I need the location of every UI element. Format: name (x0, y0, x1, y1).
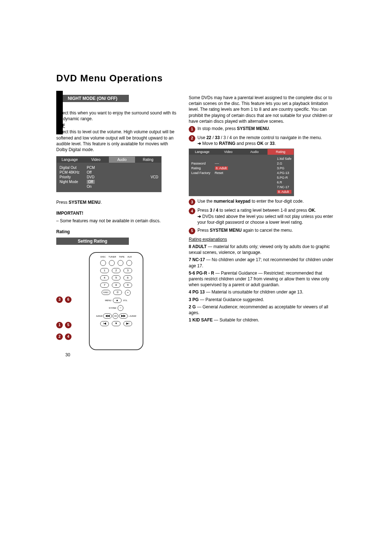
rating-g: 2 G — General Audience; recommended as a… (189, 304, 336, 316)
rating-opt: 5.PG-R (277, 176, 291, 179)
rating-kid: 1 KID SAFE — Suitable for children. (189, 317, 336, 323)
press-system-text: Press SYSTEM MENU. (56, 199, 180, 205)
rmenu-tab-video: Video (215, 149, 241, 155)
step-3-text: Use the numerical keypad to enter the fo… (197, 198, 336, 204)
rating-opt: 2.G (277, 162, 291, 165)
remote-disc-btn: DISC (102, 290, 110, 295)
menu-row-label: Night Mode (60, 180, 79, 184)
remote-num-1: 1 (100, 268, 109, 273)
rating-opt: 4.PG-13 (277, 171, 291, 175)
remote-prev-btn: ◀◀ (103, 313, 112, 319)
step-4-marker: 4 (189, 208, 195, 214)
remote-source-btn (100, 260, 106, 266)
night-mode-header: NIGHT MODE (ON/ OFF) (56, 95, 129, 102)
remote-num-4: 4 (100, 275, 109, 280)
rmenu-row-label: Rating (191, 166, 211, 170)
menu-row-label: Digital Out (60, 166, 79, 170)
off-label: OFF (56, 123, 180, 128)
remote-num-3: 3 (123, 268, 132, 273)
rmenu-row-val: Reset (215, 171, 228, 175)
rmenu-row-val: ---- (215, 162, 228, 165)
remote-down-btn: ▼ (112, 321, 121, 326)
audio-menu-screenshot: Language Video Audio Rating Digital Out … (56, 156, 162, 192)
remote-num-0: 0 (113, 290, 122, 295)
rating-menu-screenshot: Language Video Audio Rating Password Rat… (189, 149, 294, 196)
off-text: Select this to level out the volume. Hig… (56, 129, 180, 153)
on-text: Select this when you want to enjoy the s… (56, 110, 180, 122)
menu-row-val: PCM (87, 166, 95, 170)
menu-row-val: On (87, 185, 95, 189)
callout-5: 5 (65, 322, 72, 328)
step-4-text: Press 3 / 4 to select a rating level bet… (197, 207, 336, 225)
rating-explanations-head: Rating explanations (189, 237, 227, 242)
remote-up-btn: ▲ (113, 298, 122, 303)
rating-pg13: 4 PG 13 — Material is unsuitable for chi… (189, 289, 336, 295)
step-5-text: Press SYSTEM MENU again to cancel the me… (197, 227, 336, 233)
remote-skip-prev: I◀ (100, 321, 109, 326)
rmenu-row-label: Load Factory (191, 171, 211, 175)
step-2-text: Use 22 / 33 / 3 / 4 on the remote contro… (197, 135, 336, 146)
rating-adult: 8 ADULT — material for adults only; view… (189, 244, 336, 255)
menu-tab-video: Video (83, 157, 109, 163)
remote-source-btn (126, 260, 132, 266)
remote-minus-btn: − (118, 305, 123, 311)
remote-plus-btn: + (125, 290, 131, 296)
remote-num-7: 7 (100, 283, 109, 288)
rating-heading: Rating (56, 229, 70, 234)
remote-diagram-wrapper: 3 6 1 5 2 4 (56, 248, 158, 354)
rating-pgr-r: 5-6 PG-R - R — Parental Guidance — Restr… (189, 270, 336, 288)
remote-num-2: 2 (112, 268, 121, 273)
page-title: DVD Menu Operations (56, 73, 336, 84)
menu-tab-audio: Audio (109, 157, 135, 163)
remote-num-6: 6 (123, 275, 132, 280)
remote-ok-btn: OK (113, 313, 118, 319)
page-number: 30 (65, 352, 70, 357)
rmenu-tab-rating: Rating (268, 149, 294, 155)
remote-num-5: 5 (112, 275, 121, 280)
menu-row-label: PCM 48KHz (60, 170, 79, 174)
rmenu-row-label: Password (191, 162, 211, 165)
rating-opt: 7.NC-17 (277, 185, 291, 189)
rating-nc17: 7 NC-17 — No children under age 17; not … (189, 257, 336, 268)
rating-intro: Some DVDs may have a parental level assi… (189, 95, 336, 124)
remote-source-btn (109, 260, 115, 266)
callout-6: 6 (65, 296, 72, 303)
menu-tab-language: Language (57, 157, 83, 163)
menu-row-label: Priority (60, 175, 79, 179)
rating-opt: 1.kid Safe (277, 157, 291, 161)
callout-3: 3 (56, 296, 63, 303)
step-1-text: In stop mode, press SYSTEM MENU. (197, 126, 336, 131)
remote-skip-next: ▶I (123, 321, 132, 326)
rating-opt: 6.R (277, 181, 291, 184)
menu-row-val: Off (87, 170, 95, 174)
step-3-marker: 3 (189, 199, 195, 205)
menu-tab-rating: Rating (135, 157, 161, 163)
remote-num-8: 8 (112, 283, 121, 288)
menu-row-val: Off (87, 180, 95, 184)
important-label: IMPORTANT! (56, 211, 83, 216)
callout-4: 4 (65, 333, 72, 340)
remote-control-diagram: DISC TUNER TAPE AUX 123 456 (89, 252, 143, 350)
menu-row-val: DVD (87, 175, 95, 179)
step-5-marker: 5 (189, 228, 195, 234)
rating-pg: 3 PG — Parental Guidance suggested. (189, 297, 336, 303)
step-2-marker: 2 (189, 135, 195, 142)
remote-source-btn (118, 260, 123, 266)
callout-2: 2 (56, 333, 63, 340)
section-tab (56, 91, 63, 134)
step-1-marker: 1 (189, 126, 195, 133)
rmenu-row-val: 8. Adult (215, 166, 228, 170)
important-text: – Some features may not be available in … (56, 218, 180, 224)
rating-opt: 8. Adult (277, 190, 291, 194)
on-label: ON (56, 104, 180, 109)
rmenu-tab-language: Language (189, 149, 215, 155)
rating-opt: 3.PG (277, 166, 291, 170)
remote-next-btn: ▶▶ (119, 313, 128, 319)
remote-num-9: 9 (123, 283, 132, 288)
menu-row-extra: VCD (151, 175, 158, 179)
callout-1: 1 (56, 322, 63, 328)
rmenu-tab-audio: Audio (241, 149, 268, 155)
setting-rating-header: Setting Rating (56, 238, 129, 245)
